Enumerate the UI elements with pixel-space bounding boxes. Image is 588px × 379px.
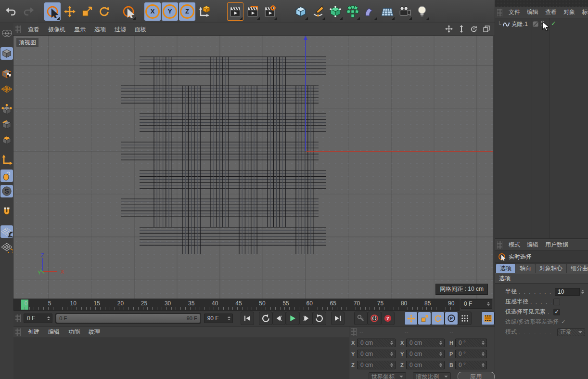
keyframe-pla-toggle[interactable] bbox=[458, 312, 472, 325]
tab-axis[interactable]: 轴向 bbox=[516, 264, 535, 273]
spline-object-icon[interactable] bbox=[502, 21, 510, 27]
keyframe-scale-toggle[interactable] bbox=[418, 312, 431, 325]
add-floor-button[interactable] bbox=[379, 2, 396, 21]
rot-b-field[interactable]: 0 ° bbox=[455, 361, 487, 369]
texture-mode-button[interactable] bbox=[0, 67, 13, 80]
timeline-ruler[interactable]: 051015202530354045505560657075808590 bbox=[13, 299, 460, 311]
layer-icon[interactable] bbox=[533, 21, 538, 28]
keyframe-rotation-toggle[interactable] bbox=[431, 312, 445, 325]
spinner-icon[interactable] bbox=[46, 316, 51, 320]
undo-button[interactable] bbox=[3, 2, 19, 21]
visible-only-checkbox[interactable]: ✓ bbox=[553, 309, 560, 315]
tab-object-axis[interactable]: 对象轴心 bbox=[536, 264, 566, 273]
tolerance-checkbox[interactable]: ✓ bbox=[561, 319, 566, 326]
scale-mode-dropdown[interactable]: 缩放比例 bbox=[413, 372, 450, 379]
tweak-mode-button[interactable] bbox=[0, 170, 13, 182]
om-menu-file[interactable]: 文件 bbox=[505, 7, 524, 18]
spinner-icon[interactable] bbox=[580, 290, 585, 294]
add-spline-pen-button[interactable] bbox=[310, 2, 326, 21]
viewport-menu-filter[interactable]: 过滤 bbox=[110, 24, 130, 35]
om-menu-tags[interactable]: 标签 bbox=[578, 7, 588, 18]
record-keyframe-button[interactable] bbox=[354, 312, 368, 325]
previous-key-button[interactable] bbox=[259, 312, 272, 325]
add-subdivision-surface-button[interactable] bbox=[327, 2, 344, 21]
range-start-field[interactable]: 0 F bbox=[24, 314, 52, 323]
viewport-menu-panel[interactable]: 面板 bbox=[130, 24, 151, 35]
viewport-menu-options[interactable]: 选项 bbox=[90, 24, 110, 35]
coordinate-system-button[interactable] bbox=[196, 2, 213, 21]
panel-grip[interactable] bbox=[497, 241, 502, 249]
add-light-button[interactable] bbox=[414, 2, 430, 21]
tab-subdivision[interactable]: 细分曲面 bbox=[567, 264, 588, 273]
cloned-spline-weave[interactable] bbox=[121, 57, 326, 254]
spinner-icon[interactable] bbox=[226, 316, 231, 320]
lock-z-axis-button[interactable]: Z bbox=[179, 2, 195, 21]
spinner-icon[interactable] bbox=[486, 302, 491, 306]
make-editable-button[interactable] bbox=[0, 27, 13, 39]
render-view-button[interactable] bbox=[227, 2, 243, 21]
keyframe-parameter-toggle[interactable]: P bbox=[445, 312, 458, 325]
snap-button[interactable] bbox=[0, 205, 13, 218]
pos-y-field[interactable]: 0 cm bbox=[357, 350, 396, 358]
soft-selection-button[interactable]: S bbox=[0, 185, 13, 197]
viewport-menu-display[interactable]: 显示 bbox=[70, 24, 90, 35]
go-to-end-button[interactable] bbox=[331, 312, 345, 325]
view-label[interactable]: 顶视图 bbox=[16, 38, 38, 47]
scale-z-field[interactable]: 0 cm bbox=[406, 361, 445, 369]
scale-y-field[interactable]: 0 cm bbox=[406, 350, 445, 358]
scale-tool-button[interactable] bbox=[79, 2, 95, 21]
panel-grip[interactable] bbox=[351, 328, 357, 336]
play-button[interactable] bbox=[286, 312, 299, 325]
lock-workplane-button[interactable] bbox=[0, 225, 13, 238]
edges-mode-button[interactable] bbox=[0, 118, 13, 131]
live-selection-tool-button[interactable] bbox=[44, 2, 61, 21]
render-settings-button[interactable] bbox=[262, 2, 278, 21]
pos-x-field[interactable]: 0 cm bbox=[357, 339, 396, 347]
next-frame-button[interactable] bbox=[299, 312, 313, 325]
next-key-button[interactable] bbox=[313, 312, 326, 325]
render-picture-viewer-button[interactable] bbox=[244, 2, 261, 21]
redo-button[interactable] bbox=[20, 2, 37, 21]
material-menu-texture[interactable]: 纹理 bbox=[84, 327, 104, 338]
polygons-mode-button[interactable] bbox=[0, 134, 13, 146]
model-mode-button[interactable] bbox=[0, 47, 13, 60]
object-name[interactable]: 克隆.1 bbox=[511, 20, 528, 28]
points-mode-button[interactable] bbox=[0, 103, 13, 116]
am-menu-mode[interactable]: 模式 bbox=[505, 239, 524, 250]
panel-grip[interactable] bbox=[15, 26, 21, 33]
rotate-tool-button[interactable] bbox=[96, 2, 113, 21]
rot-p-field[interactable]: 0 ° bbox=[455, 350, 487, 358]
range-end-field[interactable]: 90 F bbox=[204, 314, 233, 323]
rotate-view-icon[interactable] bbox=[470, 25, 478, 33]
go-to-start-button[interactable] bbox=[241, 312, 254, 325]
enable-axis-button[interactable] bbox=[0, 154, 13, 167]
object-manager[interactable]: └ 克隆.1 ✓ bbox=[495, 18, 588, 239]
workplane-mode-button[interactable] bbox=[0, 83, 13, 95]
pressure-radius-checkbox[interactable] bbox=[553, 299, 560, 305]
last-used-tool-button[interactable] bbox=[120, 2, 137, 21]
pan-view-icon[interactable] bbox=[445, 25, 453, 33]
previous-frame-button[interactable] bbox=[272, 312, 286, 325]
toggle-view-icon[interactable] bbox=[482, 25, 491, 33]
help-button[interactable]: ? bbox=[381, 312, 395, 325]
viewport-menu-view[interactable]: 查看 bbox=[24, 24, 44, 35]
am-menu-userdata[interactable]: 用户数据 bbox=[542, 239, 572, 250]
preview-range-slider[interactable]: 0 F90 F bbox=[55, 313, 201, 324]
apply-button[interactable]: 应用 bbox=[458, 372, 495, 379]
radius-field[interactable]: 10 bbox=[555, 288, 580, 296]
add-deformer-button[interactable] bbox=[362, 2, 378, 21]
om-menu-view[interactable]: 查看 bbox=[542, 7, 560, 18]
panel-grip[interactable] bbox=[15, 328, 21, 336]
mode-dropdown[interactable]: 正常 bbox=[557, 328, 585, 336]
current-frame-field[interactable]: 0 F bbox=[460, 299, 492, 309]
add-camera-button[interactable] bbox=[396, 2, 413, 21]
keyframe-position-toggle[interactable] bbox=[404, 312, 418, 325]
autokeying-button[interactable] bbox=[368, 312, 381, 325]
add-cube-primitive-button[interactable] bbox=[293, 2, 309, 21]
zoom-view-icon[interactable] bbox=[457, 25, 466, 33]
material-menu-create[interactable]: 创建 bbox=[24, 327, 44, 338]
rot-h-field[interactable]: 0 ° bbox=[455, 339, 487, 347]
enable-check-icon[interactable]: ✓ bbox=[551, 20, 556, 27]
am-menu-edit[interactable]: 编辑 bbox=[524, 239, 542, 250]
viewport-menu-cameras[interactable]: 摄像机 bbox=[44, 24, 70, 35]
